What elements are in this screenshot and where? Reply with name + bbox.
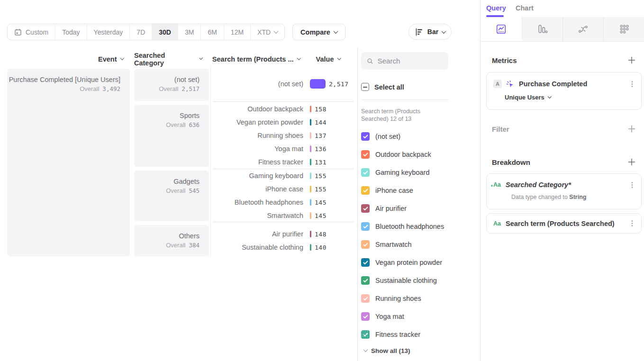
horizontal-bar-chart-icon — [415, 27, 424, 36]
range-7d-button[interactable]: 7D — [129, 24, 152, 40]
select-all-checkbox[interactable]: Select all — [361, 83, 404, 91]
filter-item[interactable]: Sustainable clothing — [361, 276, 437, 285]
tab-funnels[interactable] — [522, 17, 562, 41]
table-row[interactable]: Fitness tracker131 — [213, 155, 354, 169]
filter-item[interactable]: iPhone case — [361, 186, 413, 195]
checkbox-checked-icon — [361, 222, 370, 231]
string-type-icon: Aa — [493, 220, 502, 227]
filter-item[interactable]: Yoga mat — [361, 312, 404, 321]
table-row[interactable]: Gaming keyboard155 — [213, 169, 354, 182]
category-cell-gadgets[interactable]: Gadgets Overall545 — [134, 171, 209, 221]
value-text: 155 — [315, 172, 327, 180]
value-bar — [310, 132, 311, 139]
add-breakdown-button[interactable] — [627, 158, 636, 166]
value-text: 136 — [315, 145, 327, 153]
category-cell-sports[interactable]: Sports Overall636 — [134, 105, 209, 167]
search-input[interactable] — [378, 57, 443, 65]
tab-flows[interactable] — [562, 17, 603, 41]
filter-panel-divider — [357, 47, 358, 361]
tab-retention[interactable] — [603, 17, 644, 41]
retention-icon — [618, 24, 629, 35]
value-text: 148 — [315, 231, 327, 238]
term-label: Bluetooth headphones — [213, 199, 303, 206]
table-row[interactable]: Running shoes137 — [213, 129, 354, 142]
table-row[interactable]: (not set)2,517 — [213, 77, 354, 90]
table-row[interactable]: iPhone case155 — [213, 182, 354, 196]
checkbox-checked-icon — [361, 240, 370, 249]
filter-item-label: Running shoes — [375, 295, 421, 302]
filter-item[interactable]: Fitness tracker — [361, 330, 420, 339]
column-label: Event — [98, 55, 117, 63]
filter-item[interactable]: Gaming keyboard — [361, 168, 429, 177]
breakdown-heading: Breakdown — [492, 158, 530, 166]
tab-query[interactable]: Query — [486, 4, 506, 12]
range-today-button[interactable]: Today — [55, 24, 86, 40]
breakdown-menu-button[interactable] — [630, 180, 635, 190]
filter-item-label: Yoga mat — [375, 313, 404, 320]
table-row[interactable]: Air purifier148 — [213, 227, 354, 241]
range-yesterday-button[interactable]: Yesterday — [87, 24, 130, 40]
chart-type-select[interactable]: Bar — [408, 24, 452, 40]
range-12m-button[interactable]: 12M — [224, 24, 250, 40]
add-filter-button[interactable] — [627, 125, 636, 133]
breakdown-note-type: String — [569, 194, 586, 200]
range-30d-button[interactable]: 30D — [152, 24, 178, 40]
event-cell[interactable]: Purchase Completed [Unique Users] Overal… — [7, 69, 130, 256]
filter-item[interactable]: Vegan protein powder — [361, 258, 442, 267]
table-row[interactable]: Vegan protein powder144 — [213, 116, 354, 129]
value-bar — [310, 79, 326, 89]
search-icon — [367, 57, 373, 65]
value-text: 140 — [315, 244, 327, 251]
chevron-down-icon — [333, 29, 338, 34]
metric-menu-button[interactable] — [630, 79, 635, 89]
tab-insights[interactable] — [481, 17, 522, 41]
overall-label: Overall — [166, 187, 185, 194]
range-label: Custom — [26, 28, 48, 36]
filter-item[interactable]: Air purifier — [361, 204, 407, 213]
sidebar-divider — [480, 0, 481, 361]
measure-label: Unique Users — [505, 94, 544, 101]
breakdown-menu-button[interactable] — [630, 218, 635, 228]
range-xtd-button[interactable]: XTD — [250, 24, 284, 40]
measure-select[interactable]: Unique Users — [505, 94, 641, 101]
column-header-value[interactable]: Value — [303, 55, 340, 63]
table-row[interactable]: Outdoor backpack158 — [213, 102, 354, 116]
metric-card[interactable]: A Purchase Completed Unique Users — [486, 72, 642, 110]
breakdown-card-searched-category[interactable]: *Aa Searched Category* Data type changed… — [486, 173, 642, 209]
range-6m-button[interactable]: 6M — [200, 24, 223, 40]
filter-item[interactable]: Running shoes — [361, 294, 421, 303]
column-header-event[interactable]: Event — [7, 55, 123, 63]
overall-value: 384 — [189, 242, 200, 249]
show-all-button[interactable]: Show all (13) — [364, 347, 410, 354]
filter-item[interactable]: Bluetooth headphones — [361, 222, 444, 231]
breakdown-card-search-term[interactable]: Aa Search term (Products Searched) — [486, 213, 642, 234]
table-row[interactable]: Bluetooth headphones145 — [213, 196, 354, 209]
term-label: Smartwatch — [213, 212, 303, 219]
category-name: Gadgets — [134, 178, 200, 185]
compare-button[interactable]: Compare — [292, 24, 345, 40]
column-header-search-term[interactable]: Search term (Products ... — [199, 55, 300, 63]
table-row[interactable]: Yoga mat136 — [213, 142, 354, 155]
column-header-category[interactable]: Searched Category — [134, 55, 202, 63]
table-row[interactable]: Sustainable clothing140 — [213, 241, 354, 254]
metric-name: Purchase Completed — [519, 80, 587, 88]
checkbox-checked-icon — [361, 132, 370, 141]
filter-item[interactable]: Smartwatch — [361, 240, 412, 249]
filter-item[interactable]: Outdoor backpack — [361, 150, 431, 159]
category-cell-others[interactable]: Others Overall384 — [134, 225, 209, 256]
range-3m-button[interactable]: 3M — [178, 24, 200, 40]
filter-item[interactable]: (not set) — [361, 132, 400, 141]
column-label: Searched Category — [134, 52, 196, 67]
checkbox-checked-icon — [361, 204, 370, 213]
string-type-icon: *Aa — [493, 181, 502, 188]
table-row[interactable]: Smartwatch145 — [213, 209, 354, 222]
value-text: 144 — [315, 119, 327, 126]
range-custom-button[interactable]: Custom — [8, 24, 55, 40]
add-metric-button[interactable] — [627, 56, 636, 64]
filter-item-label: Air purifier — [375, 205, 407, 212]
chevron-down-icon — [297, 56, 300, 60]
category-cell-not-set[interactable]: (not set) Overall2,517 — [134, 69, 209, 101]
tab-chart[interactable]: Chart — [516, 4, 534, 12]
term-label: iPhone case — [213, 185, 303, 193]
value-bar — [310, 172, 311, 179]
